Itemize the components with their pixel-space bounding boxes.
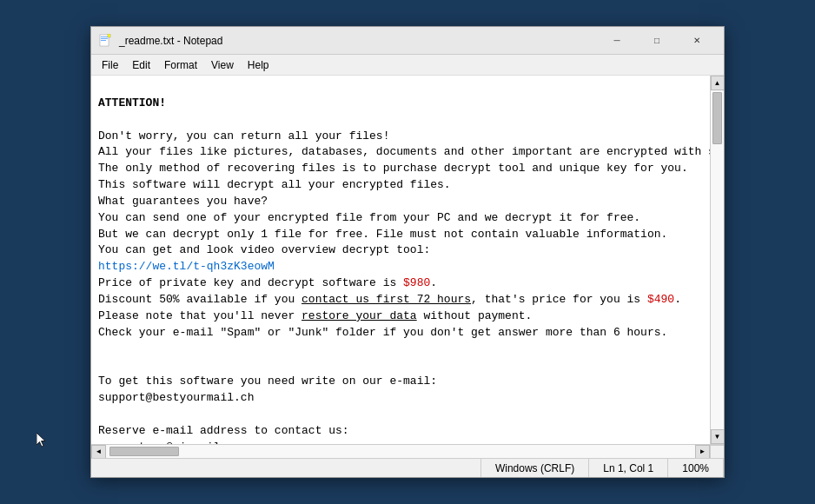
svg-rect-4 [108, 34, 110, 37]
menu-format[interactable]: Format [157, 57, 204, 73]
scroll-corner [710, 445, 724, 459]
maximize-button[interactable]: □ [637, 27, 677, 55]
text-editor[interactable]: ATTENTION! Don't worry, you can return a… [91, 76, 710, 444]
close-button[interactable]: ✕ [677, 27, 717, 55]
status-position: Ln 1, Col 1 [589, 459, 668, 477]
menu-view[interactable]: View [204, 57, 241, 73]
menu-file[interactable]: File [95, 57, 125, 73]
status-encoding: Windows (CRLF) [481, 459, 589, 477]
vertical-scrollbar[interactable]: ▲ ▼ [710, 76, 724, 444]
scroll-track-horizontal[interactable] [106, 445, 695, 458]
menu-edit[interactable]: Edit [125, 57, 157, 73]
window-title: _readme.txt - Notepad [119, 35, 597, 47]
notepad-icon [98, 34, 112, 48]
scroll-up-button[interactable]: ▲ [711, 76, 725, 90]
menu-help[interactable]: Help [241, 57, 276, 73]
minimize-button[interactable]: ─ [597, 27, 637, 55]
notepad-window: _readme.txt - Notepad ─ □ ✕ File Edit Fo… [90, 26, 725, 478]
content-area: ATTENTION! Don't worry, you can return a… [91, 76, 724, 444]
scroll-thumb-vertical[interactable] [712, 92, 722, 144]
menu-bar: File Edit Format View Help [91, 55, 724, 76]
window-controls: ─ □ ✕ [597, 27, 717, 55]
scroll-left-button[interactable]: ◄ [91, 445, 106, 459]
scroll-thumb-horizontal[interactable] [109, 447, 179, 456]
scroll-down-button[interactable]: ▼ [711, 429, 725, 444]
scroll-right-button[interactable]: ► [695, 445, 710, 459]
title-bar: _readme.txt - Notepad ─ □ ✕ [91, 27, 724, 55]
mouse-cursor [36, 433, 49, 452]
status-zoom: 100% [668, 459, 724, 477]
status-empty [91, 459, 481, 477]
scroll-track-vertical[interactable] [711, 90, 724, 429]
status-bar: Windows (CRLF) Ln 1, Col 1 100% [91, 458, 724, 477]
svg-rect-2 [101, 38, 108, 39]
svg-rect-1 [101, 36, 108, 37]
svg-rect-3 [101, 40, 106, 41]
horizontal-scrollbar[interactable]: ◄ ► [91, 444, 724, 458]
